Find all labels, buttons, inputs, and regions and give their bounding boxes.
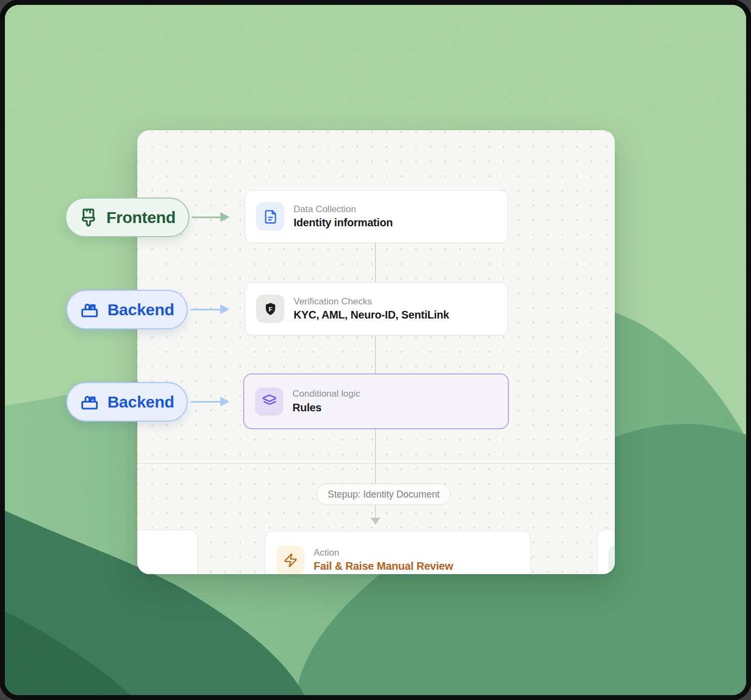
node-title: Conditional logic: [292, 389, 360, 399]
node-subtitle: KYC, AML, Neuro-ID, SentiLink: [294, 309, 449, 321]
node-subtitle: Fail & Raise Manual Review: [314, 561, 453, 572]
lane-divider: [137, 463, 615, 464]
layers-icon: [255, 387, 283, 416]
arrow-right-icon: [220, 304, 230, 314]
node-partial-right[interactable]: [597, 529, 615, 574]
arrow-right-icon: [220, 212, 230, 222]
node-title: Data Collection: [294, 205, 393, 214]
arrow-line: [190, 309, 221, 310]
node-text: Conditional logic Rules: [292, 389, 360, 413]
arrow-down-icon: [371, 518, 380, 525]
flow-canvas[interactable]: Data Collection Identity information F V…: [137, 130, 615, 574]
lane-label-frontend: Frontend: [65, 198, 189, 237]
node-data-collection[interactable]: Data Collection Identity information: [245, 190, 508, 243]
toolbox-icon: [80, 392, 99, 412]
node-partial-left[interactable]: [137, 530, 198, 574]
screen: Data Collection Identity information F V…: [0, 0, 751, 700]
zap-icon: [276, 546, 304, 574]
node-text: Action Fail & Raise Manual Review: [314, 548, 453, 572]
lane-label-text: Backend: [107, 393, 174, 411]
node-subtitle: Rules: [292, 402, 360, 413]
toolbox-icon: [80, 300, 99, 320]
arrow-line: [192, 217, 221, 218]
node-text: Data Collection Identity information: [294, 205, 393, 229]
arrow-line: [190, 401, 221, 403]
node-conditional-logic[interactable]: Conditional logic Rules: [243, 373, 509, 429]
paintbrush-icon: [79, 208, 98, 227]
node-verification-checks[interactable]: F Verification Checks KYC, AML, Neuro-ID…: [245, 282, 508, 335]
arrow-right-icon: [220, 397, 230, 406]
node-text: Verification Checks KYC, AML, Neuro-ID, …: [294, 297, 449, 321]
lane-label-backend-2: Backend: [66, 382, 188, 422]
lane-label-backend-1: Backend: [66, 290, 188, 329]
node-title: Verification Checks: [294, 297, 449, 307]
lane-label-text: Backend: [107, 301, 174, 319]
file-text-icon: [256, 202, 284, 231]
node-subtitle: Identity information: [294, 217, 393, 228]
edge-label-stepup[interactable]: Stepup: Identity Document: [316, 483, 451, 505]
svg-text:F: F: [268, 305, 272, 313]
lane-label-text: Frontend: [106, 208, 176, 227]
node-action[interactable]: Action Fail & Raise Manual Review: [265, 531, 531, 574]
shield-f-icon: F: [256, 295, 284, 323]
node-title: Action: [314, 548, 453, 558]
